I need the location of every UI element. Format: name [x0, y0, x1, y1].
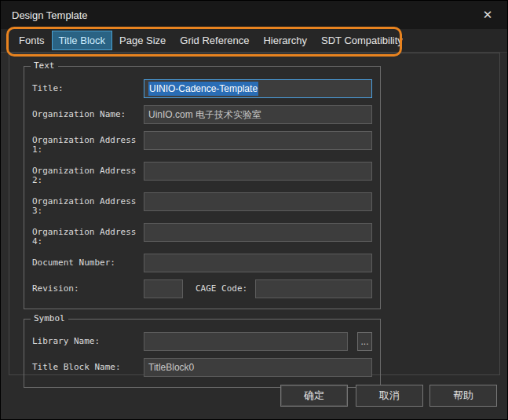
tab-hierarchy[interactable]: Hierarchy: [256, 31, 314, 50]
tab-sdt-compatibility[interactable]: SDT Compatibility: [314, 31, 410, 50]
tab-page-size[interactable]: Page Size: [112, 31, 173, 50]
organization-address-1-label: Organization Address 1:: [32, 131, 144, 155]
organization-address-2-label: Organization Address 2:: [32, 162, 144, 185]
tab-content-panel: Text Title: UINIO-Cadence-Template Organ…: [9, 53, 500, 375]
organization-address-3-row: Organization Address 3:: [32, 192, 372, 216]
tab-title-block[interactable]: Title Block: [52, 31, 112, 50]
organization-address-4-label: Organization Address 4:: [32, 223, 144, 247]
title-block-name-input[interactable]: TitleBlock0: [144, 358, 372, 377]
document-number-row: Document Number:: [32, 254, 372, 272]
cage-code-label: CAGE Code:: [196, 279, 247, 294]
organization-address-1-row: Organization Address 1:: [32, 131, 372, 155]
library-browse-button[interactable]: ...: [357, 332, 372, 351]
library-name-row: Library Name: ...: [32, 332, 372, 351]
organization-address-3-input[interactable]: [144, 192, 372, 211]
title-label: Title:: [32, 79, 144, 93]
tab-bar: Fonts Title Block Page Size Grid Referen…: [1, 29, 507, 53]
close-icon[interactable]: ✕: [479, 8, 496, 22]
organization-address-4-input[interactable]: [144, 223, 372, 242]
title-input[interactable]: UINIO-Cadence-Template: [144, 79, 372, 98]
revision-cage-row: Revision: CAGE Code:: [32, 279, 372, 298]
title-block-name-label: Title Block Name:: [32, 358, 144, 372]
cancel-button[interactable]: 取消: [356, 385, 423, 407]
library-name-input[interactable]: [144, 332, 348, 351]
symbol-groupbox: Symbol Library Name: ... Title Block Nam…: [24, 319, 381, 388]
symbol-group-label: Symbol: [31, 313, 68, 323]
title-row: Title: UINIO-Cadence-Template: [32, 79, 372, 98]
library-name-label: Library Name:: [32, 332, 144, 346]
organization-address-2-input[interactable]: [144, 162, 372, 181]
text-groupbox: Text Title: UINIO-Cadence-Template Organ…: [24, 66, 381, 309]
design-template-dialog: Design Template ✕ Fonts Title Block Page…: [0, 0, 508, 420]
cage-code-input[interactable]: [255, 279, 372, 298]
organization-address-3-label: Organization Address 3:: [32, 192, 144, 216]
revision-input[interactable]: [144, 279, 183, 298]
title-input-selected-text: UINIO-Cadence-Template: [148, 82, 258, 96]
ok-button[interactable]: 确定: [280, 385, 348, 407]
organization-name-label: Organization Name:: [32, 105, 144, 119]
tab-grid-reference[interactable]: Grid Reference: [173, 31, 256, 50]
revision-label: Revision:: [32, 279, 144, 294]
text-group-label: Text: [31, 60, 58, 71]
title-block-name-row: Title Block Name: TitleBlock0: [32, 358, 372, 377]
organization-name-row: Organization Name: UinIO.com 电子技术实验室: [32, 105, 372, 124]
organization-address-1-input[interactable]: [144, 131, 372, 150]
document-number-input[interactable]: [144, 254, 372, 272]
titlebar: Design Template ✕: [1, 1, 507, 29]
window-title: Design Template: [12, 9, 88, 21]
organization-name-input[interactable]: UinIO.com 电子技术实验室: [144, 105, 372, 124]
tab-fonts[interactable]: Fonts: [12, 31, 52, 50]
help-button[interactable]: 帮助: [429, 385, 497, 407]
document-number-label: Document Number:: [32, 254, 144, 268]
organization-address-4-row: Organization Address 4:: [32, 223, 372, 247]
organization-address-2-row: Organization Address 2:: [32, 162, 372, 185]
